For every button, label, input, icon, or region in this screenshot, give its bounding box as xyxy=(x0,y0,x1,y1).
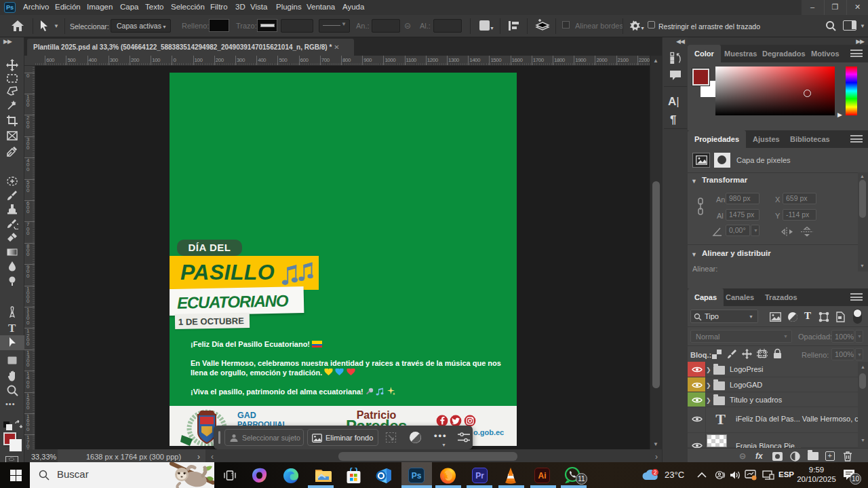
svg-text:T: T xyxy=(8,322,16,334)
svg-text:2: 2 xyxy=(654,469,657,476)
